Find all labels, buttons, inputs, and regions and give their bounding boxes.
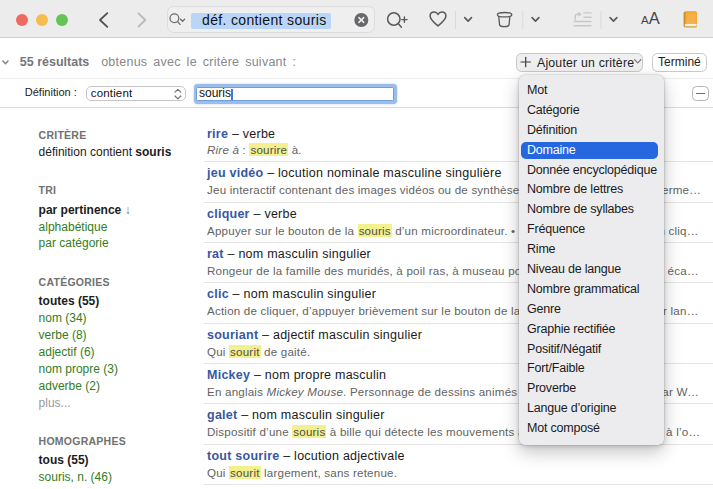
svg-text:A: A <box>649 9 660 27</box>
svg-text:A: A <box>641 14 649 26</box>
